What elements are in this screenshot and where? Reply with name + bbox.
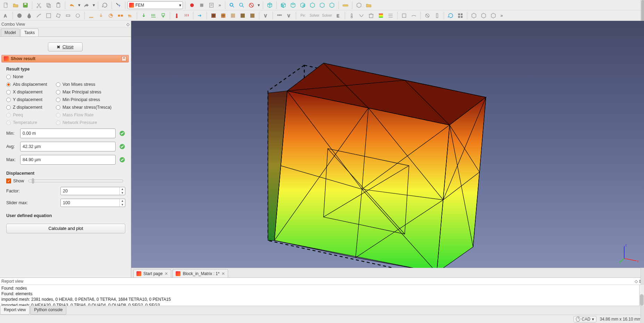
constraint-selfweight-icon[interactable] <box>159 11 168 20</box>
nav-style-selector[interactable]: CAD ▾ <box>574 316 596 322</box>
whatsthis-icon[interactable]: ? <box>114 1 123 10</box>
radio-y-displacement[interactable]: Y displacement <box>6 97 53 102</box>
rear-view-icon[interactable] <box>308 1 317 10</box>
radio-max-principal[interactable]: Max Principal stress <box>56 90 118 94</box>
mesh-boundary-icon[interactable] <box>228 11 237 20</box>
post-cut-icon[interactable] <box>446 11 455 20</box>
tab-model[interactable]: Model <box>1 28 20 36</box>
doc-tab-start[interactable]: Start page ✕ <box>133 269 171 278</box>
constraint-fixed-icon[interactable] <box>87 11 96 20</box>
right-view-icon[interactable] <box>298 1 307 10</box>
post-pipeline-icon[interactable] <box>400 11 409 20</box>
constraint-temp-icon[interactable] <box>172 11 181 20</box>
post-glyph-icon[interactable] <box>456 11 465 20</box>
mesh-group-icon[interactable] <box>248 11 257 20</box>
left-view-icon[interactable] <box>327 1 336 10</box>
solver-voltage-icon[interactable]: V <box>261 11 270 20</box>
close-tab-icon[interactable]: ✕ <box>221 271 225 276</box>
radio-min-principal[interactable]: Min Principal stress <box>56 97 118 102</box>
constraint-contact-icon[interactable] <box>116 11 125 20</box>
beam-section-icon[interactable] <box>44 11 53 20</box>
overflow-icon-2[interactable]: » <box>499 11 505 20</box>
stop-macro-icon[interactable] <box>197 1 206 10</box>
draw-style-dropdown-icon[interactable]: ▾ <box>257 1 261 10</box>
equation-heat-icon[interactable] <box>347 11 356 20</box>
tab-report-view[interactable]: Report view <box>0 306 30 315</box>
shell-thickness-icon[interactable] <box>64 11 73 20</box>
constraint-displacement-icon[interactable] <box>97 11 106 20</box>
tab-tasks[interactable]: Tasks <box>20 28 39 36</box>
analysis-icon[interactable]: A <box>1 11 10 20</box>
post-filter2-icon[interactable] <box>479 11 488 20</box>
material-solid-icon[interactable] <box>15 11 24 20</box>
undo-dropdown-icon[interactable]: ▾ <box>77 1 81 10</box>
param-input[interactable]: Pe: <box>298 11 308 20</box>
zoom-fit-icon[interactable] <box>227 1 236 10</box>
panel-undock-icon[interactable]: ◇ <box>126 22 129 27</box>
record-macro-icon[interactable] <box>187 1 196 10</box>
post-clip-icon[interactable] <box>423 11 432 20</box>
constraint-heatflux-icon[interactable] <box>182 11 191 20</box>
spin-down-icon[interactable]: ▼ <box>120 203 125 207</box>
equation-elasticity-icon[interactable]: E <box>334 11 343 20</box>
task-section-header[interactable]: Show result ⌃ <box>1 55 129 63</box>
draw-style-icon[interactable] <box>247 1 256 10</box>
zoom-selection-icon[interactable] <box>237 1 246 10</box>
solver-calculix-icon[interactable]: Solver <box>309 11 320 20</box>
top-view-icon[interactable] <box>288 1 298 10</box>
displacement-slider[interactable] <box>28 180 123 182</box>
paste-icon[interactable] <box>54 1 63 10</box>
measure-icon[interactable] <box>341 1 350 10</box>
calculate-plot-button[interactable]: Calculate and plot <box>6 224 125 233</box>
part-icon[interactable] <box>354 1 363 10</box>
min-input[interactable]: 0.00 m <box>20 129 116 138</box>
save-file-icon[interactable] <box>21 1 30 10</box>
tab-python-console[interactable]: Python console <box>30 306 66 315</box>
post-warp-icon[interactable] <box>409 11 418 20</box>
redo-icon[interactable] <box>82 1 91 10</box>
mesh-gmsh-icon[interactable] <box>219 11 228 20</box>
group-icon[interactable] <box>364 1 373 10</box>
close-button[interactable]: ✖ Close <box>48 42 83 51</box>
undo-icon[interactable] <box>67 1 76 10</box>
material-nonlinear-icon[interactable] <box>34 11 43 20</box>
open-file-icon[interactable] <box>11 1 20 10</box>
solver-voltage2-icon[interactable]: V <box>285 11 294 20</box>
mesh-to-fem-icon[interactable] <box>275 11 284 20</box>
equation-flow-icon[interactable] <box>357 11 366 20</box>
post-filter1-icon[interactable] <box>469 11 478 20</box>
new-file-icon[interactable] <box>1 1 10 10</box>
slidermax-input[interactable]: 100 ▲▼ <box>60 199 125 207</box>
report-body[interactable]: Found: nodes Found: elements imported me… <box>0 285 644 306</box>
mesh-region-icon[interactable] <box>238 11 247 20</box>
mesh-netgen-icon[interactable] <box>209 11 218 20</box>
constraint-planerotation-icon[interactable] <box>106 11 115 20</box>
cut-icon[interactable] <box>34 1 43 10</box>
post-filter3-icon[interactable] <box>489 11 498 20</box>
3d-viewport[interactable]: x y z <box>131 21 644 268</box>
result-show-icon[interactable] <box>376 11 385 20</box>
post-clip-scalar-icon[interactable] <box>433 11 442 20</box>
radio-von-mises[interactable]: Von Mises stress <box>56 82 118 87</box>
copy-icon[interactable] <box>44 1 53 10</box>
report-scrollbar[interactable] <box>639 285 644 306</box>
collapse-icon[interactable]: ⌃ <box>122 56 126 61</box>
solver-z88-icon[interactable]: Solver <box>321 11 333 20</box>
post-apply-icon[interactable] <box>386 11 395 20</box>
isometric-icon[interactable] <box>265 1 274 10</box>
result-purge-icon[interactable] <box>367 11 376 20</box>
spin-down-icon[interactable]: ▼ <box>120 191 125 195</box>
panel-undock-icon[interactable]: ◇ <box>635 279 638 284</box>
front-view-icon[interactable] <box>279 1 288 10</box>
beam-rotation-icon[interactable] <box>54 11 63 20</box>
bottom-view-icon[interactable] <box>318 1 327 10</box>
refresh-icon[interactable] <box>100 1 109 10</box>
constraint-flow-icon[interactable] <box>195 11 204 20</box>
max-input[interactable]: 84.90 µm <box>20 155 116 165</box>
show-checkbox[interactable] <box>6 179 11 183</box>
radio-max-shear[interactable]: Max shear stress(Tresca) <box>56 105 118 110</box>
constraint-transform-icon[interactable]: T↕ <box>126 11 135 20</box>
overflow-icon[interactable]: » <box>217 1 223 10</box>
factor-input[interactable]: 20 ▲▼ <box>60 187 125 195</box>
constraint-force-icon[interactable] <box>139 11 148 20</box>
